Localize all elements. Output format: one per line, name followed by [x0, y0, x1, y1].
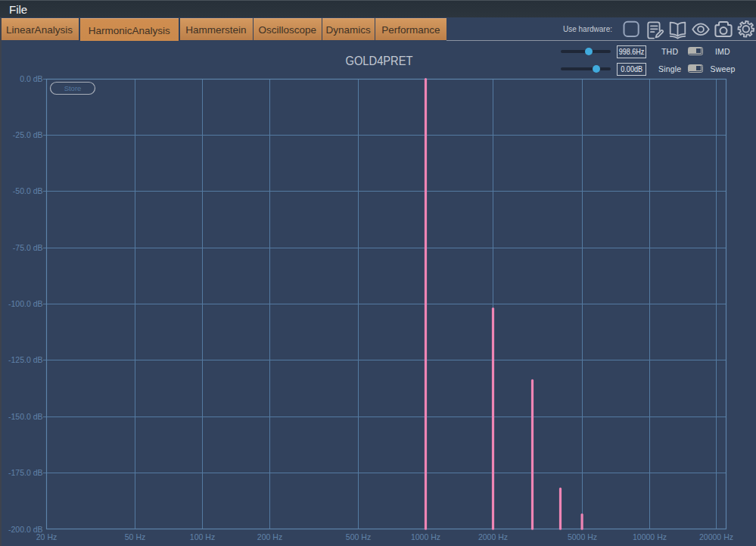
svg-text:1000 Hz: 1000 Hz	[411, 532, 440, 541]
svg-text:100 Hz: 100 Hz	[190, 532, 215, 541]
svg-text:200 Hz: 200 Hz	[257, 532, 282, 541]
svg-text:-150.0 dB: -150.0 dB	[8, 412, 43, 421]
svg-text:10000 Hz: 10000 Hz	[633, 532, 667, 541]
svg-text:5000 Hz: 5000 Hz	[568, 532, 597, 541]
svg-text:-175.0 dB: -175.0 dB	[8, 468, 43, 477]
svg-text:500 Hz: 500 Hz	[346, 532, 371, 541]
svg-text:-50.0 dB: -50.0 dB	[13, 186, 43, 195]
svg-text:Store: Store	[64, 84, 82, 92]
svg-text:50 Hz: 50 Hz	[125, 532, 145, 541]
svg-text:-100.0 dB: -100.0 dB	[8, 299, 43, 308]
svg-text:20000 Hz: 20000 Hz	[699, 532, 733, 541]
svg-text:-125.0 dB: -125.0 dB	[8, 355, 43, 364]
svg-text:2000 Hz: 2000 Hz	[478, 532, 508, 541]
svg-text:-200.0 dB: -200.0 dB	[8, 525, 43, 534]
svg-text:-25.0 dB: -25.0 dB	[13, 130, 43, 139]
svg-text:-75.0 dB: -75.0 dB	[13, 243, 43, 252]
svg-text:0.0 dB: 0.0 dB	[20, 74, 42, 83]
svg-text:GOLD4PRET: GOLD4PRET	[346, 55, 413, 67]
